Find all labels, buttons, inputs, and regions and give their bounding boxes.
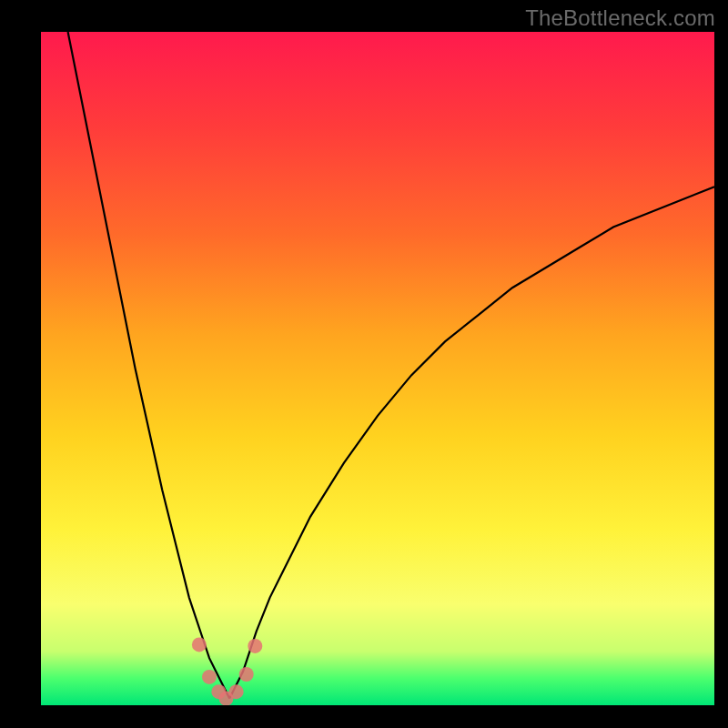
watermark-text: TheBottleneck.com xyxy=(525,5,715,31)
trough-marker xyxy=(202,670,217,684)
bottleneck-curve-svg xyxy=(41,32,714,705)
trough-marker xyxy=(229,684,244,699)
chart-frame: TheBottleneck.com xyxy=(0,0,728,728)
plot-area xyxy=(41,32,714,705)
trough-marker xyxy=(248,639,262,653)
curve-left-branch xyxy=(68,32,230,699)
trough-markers xyxy=(192,637,262,705)
trough-marker xyxy=(239,667,254,682)
trough-marker xyxy=(192,637,207,652)
curve-right-branch xyxy=(229,187,714,698)
